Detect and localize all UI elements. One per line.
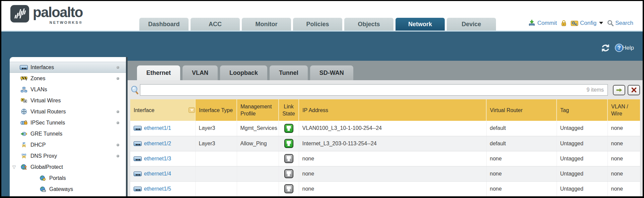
col-virtual-router[interactable]: Virtual Router [486,99,557,121]
ethernet-interface-icon [134,187,142,191]
sidebar-item-virtual-wires[interactable]: Virtual Wires [10,95,126,106]
col-vlan-wire[interactable]: VLAN / Wire [607,99,640,121]
sidebar-item-label: Gateways [49,186,73,192]
cell-ip-address: none [299,181,486,196]
tab-monitor[interactable]: Monitor [242,18,291,31]
chevron-down-icon [599,22,603,24]
virtual-routers-icon [20,109,28,114]
gateways-icon [39,187,47,192]
table-row: ethernet1/5 none none Untagged none [130,181,640,196]
brand-subtitle: NETWORKS® [50,20,83,24]
tab-network[interactable]: Network [396,18,445,31]
interface-link[interactable]: ethernet1/1 [144,125,171,131]
gre-tunnels-icon [20,132,28,136]
cell-vlan-wire: none [607,136,640,151]
tab-acc[interactable]: ACC [191,18,240,31]
subtab-sdwan[interactable]: SD-WAN [310,65,353,80]
interface-link[interactable]: ethernet1/3 [144,156,171,162]
sidebar-item-vlans[interactable]: VLANs [10,84,126,95]
table-row: ethernet1/2 Layer3 Allow_Ping Internet_L… [130,136,640,151]
dhcp-icon: IP [20,142,28,148]
cell-interface-type [195,166,237,181]
apply-filter-button[interactable] [613,85,625,95]
lock-icon[interactable] [561,20,567,27]
tab-device[interactable]: Device [447,18,496,31]
col-management-profile[interactable]: Management Profile [237,99,279,121]
tab-policies[interactable]: Policies [293,18,342,31]
config-icon [571,20,578,27]
col-tag[interactable]: Tag [557,99,607,121]
sort-dropdown[interactable] [187,99,195,121]
svg-text:IP: IP [22,142,25,145]
sort-triangle-icon [190,109,194,111]
filter-bar: 9 items [130,84,640,96]
search-button[interactable]: Search [607,20,633,27]
interfaces-icon [20,65,28,70]
sidebar-item-globalprotect[interactable]: ▽ GlobalProtect [10,161,126,172]
interface-subtabs: Ethernet VLAN Loopback Tunnel SD-WAN [137,65,643,80]
zones-icon [20,76,28,81]
sidebar-item-zones[interactable]: Zones [10,73,126,84]
sidebar-item-virtual-routers[interactable]: Virtual Routers [10,106,126,117]
sidebar: Interfaces Zones [10,57,128,196]
sidebar-item-interfaces[interactable]: Interfaces [10,62,126,73]
interface-link[interactable]: ethernet1/5 [144,186,171,192]
submenu-dot [117,110,119,113]
subtab-tunnel[interactable]: Tunnel [270,65,308,80]
ethernet-interface-icon [134,126,142,131]
table-row: ethernet1/1 Layer3 Mgmt_Services VLAN010… [130,121,640,136]
subtab-ethernet[interactable]: Ethernet [137,65,180,80]
cell-management-profile: Mgmt_Services [237,121,279,136]
subtab-vlan[interactable]: VLAN [183,65,218,80]
red-x-icon [631,87,637,93]
filter-input[interactable] [140,84,608,96]
cell-interface-type [195,151,237,166]
sidebar-item-label: Portals [49,175,66,181]
col-interface[interactable]: Interface [130,99,187,121]
link-state-down-icon [284,154,293,163]
portals-icon [39,176,47,181]
globalprotect-icon [20,164,28,170]
col-interface-type[interactable]: Interface Type [195,99,237,121]
cell-vlan-wire: none [607,166,640,181]
sidebar-item-dns-proxy[interactable]: DNS DNS Proxy [10,150,126,161]
col-link-state[interactable]: Link State [279,99,299,121]
sidebar-item-ipsec-tunnels[interactable]: IPSec Tunnels [10,117,126,128]
config-menu-button[interactable]: Config [571,20,603,27]
table-row: ethernet1/4 none none Untagged none [130,166,640,181]
submenu-dot [117,144,119,146]
table-header-row: Interface Interface Type Management Prof… [130,99,640,121]
sidebar-item-label: Zones [30,76,45,82]
filter-search-icon [131,86,139,94]
search-label: Search [615,20,633,27]
sidebar-item-portals[interactable]: Portals [10,172,126,184]
link-state-down-icon [284,169,293,178]
collapse-triangle-icon[interactable]: ▽ [12,164,16,169]
commit-button[interactable]: Commit [528,19,557,27]
cell-management-profile: Allow_Ping [237,136,279,151]
refresh-icon[interactable] [601,44,610,52]
cell-vlan-wire: none [607,121,640,136]
sidebar-item-gre-tunnels[interactable]: GRE Tunnels [10,128,126,139]
ethernet-interface-icon [134,171,142,176]
interface-link[interactable]: ethernet1/2 [144,141,171,147]
col-ip-address[interactable]: IP Address [299,99,486,121]
tab-dashboard[interactable]: Dashboard [139,18,189,31]
tab-objects[interactable]: Objects [344,18,393,31]
sidebar-item-label: IPSec Tunnels [30,120,65,126]
sidebar-item-dhcp[interactable]: IP DHCP [10,139,126,150]
help-button[interactable]: ? Help [615,44,634,52]
interface-link[interactable]: ethernet1/4 [144,171,171,177]
sidebar-item-label: GRE Tunnels [30,131,62,137]
submenu-dot [117,121,119,124]
cell-tag: Untagged [557,121,607,136]
cell-management-profile [237,181,279,196]
cell-ip-address: VLAN0100_L3_10-1-100-254--24 [299,121,486,136]
cell-interface-type: Layer3 [195,136,237,151]
sidebar-item-label: VLANs [30,87,47,93]
virtual-wires-icon [20,98,28,103]
subtab-loopback[interactable]: Loopback [220,65,267,80]
sidebar-item-gateways[interactable]: Gateways [10,184,126,195]
vlans-icon [20,87,28,92]
clear-filter-button[interactable] [628,85,640,95]
